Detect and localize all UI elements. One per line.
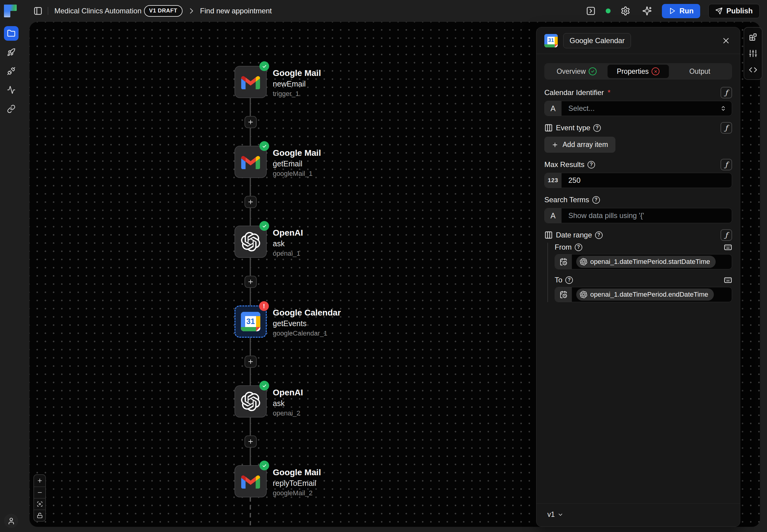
console-icon[interactable]: [584, 4, 598, 18]
calendar-identifier-select[interactable]: A Select...: [544, 101, 732, 116]
calendar-identifier-placeholder: Select...: [562, 104, 720, 113]
zoom-in-button[interactable]: [34, 475, 45, 486]
workflow-node-gmail-trigger[interactable]: Google Mail newEmail trigger_1: [234, 66, 321, 98]
number-type-icon: 123: [545, 173, 562, 188]
help-icon[interactable]: ?: [593, 124, 601, 132]
data-pill-end-datetime[interactable]: openai_1.dateTimePeriod.endDateTime: [576, 288, 714, 301]
function-toggle-button[interactable]: ƒ: [721, 159, 732, 170]
function-toggle-button[interactable]: ƒ: [721, 87, 732, 98]
tab-overview[interactable]: Overview: [546, 65, 608, 78]
publish-button[interactable]: Publish: [708, 4, 760, 18]
run-button-label: Run: [680, 7, 694, 15]
help-icon[interactable]: ?: [595, 231, 603, 239]
workflow-node-google-calendar[interactable]: 31 ! Google Calendar getEvents googleCal…: [234, 305, 341, 338]
sidebar-item-connections[interactable]: [4, 64, 19, 78]
required-asterisk: *: [608, 88, 610, 97]
app-logo[interactable]: [4, 5, 17, 17]
function-toggle-button[interactable]: ƒ: [721, 229, 732, 241]
date-to-input[interactable]: openai_1.dateTimePeriod.endDateTime: [555, 287, 732, 302]
node-id: googleMail_2: [273, 489, 321, 497]
text-type-icon: A: [545, 208, 562, 223]
field-label-to: To: [555, 276, 562, 284]
add-node-button[interactable]: [244, 276, 257, 288]
help-icon[interactable]: ?: [575, 244, 582, 251]
field-label-date-range: Date range: [556, 231, 592, 239]
canvas-side-toolbar: [744, 27, 762, 80]
tab-output[interactable]: Output: [669, 65, 731, 78]
breadcrumb-workflow-title[interactable]: Medical Clinics Automation: [54, 7, 141, 15]
text-type-icon: A: [545, 101, 562, 116]
openai-icon: [580, 258, 587, 265]
add-node-button[interactable]: [244, 196, 257, 208]
zoom-out-button[interactable]: [34, 486, 45, 498]
code-icon[interactable]: [744, 62, 762, 78]
run-button[interactable]: Run: [662, 4, 701, 18]
keyboard-icon[interactable]: [724, 243, 732, 251]
data-pill-label: openai_1.dateTimePeriod.startDateTime: [590, 258, 710, 266]
inspector-title[interactable]: Google Calendar: [563, 33, 631, 48]
version-selector[interactable]: v1: [547, 510, 564, 519]
add-node-button[interactable]: [244, 356, 257, 368]
blocks-icon[interactable]: [744, 29, 762, 45]
sidebar-item-links[interactable]: [4, 101, 19, 116]
keyboard-icon[interactable]: [724, 276, 732, 284]
max-results-input[interactable]: 123 250: [544, 173, 732, 188]
play-icon: [669, 7, 676, 15]
fit-view-button[interactable]: [34, 498, 45, 510]
node-operation: ask: [273, 239, 303, 248]
version-draft-badge: V1 DRAFT: [144, 5, 182, 17]
workflow-node-openai-1[interactable]: OpenAI ask openai_1: [234, 226, 303, 258]
sidebar-item-projects[interactable]: [4, 26, 19, 41]
array-columns-icon: [544, 231, 553, 239]
canvas-zoom-controls: [33, 474, 46, 522]
node-operation: newEmail: [273, 80, 321, 88]
node-title: Google Mail: [273, 148, 321, 158]
date-from-input[interactable]: openai_1.dateTimePeriod.startDateTime: [555, 254, 732, 269]
data-pill-start-datetime[interactable]: openai_1.dateTimePeriod.startDateTime: [576, 256, 716, 268]
max-results-value: 250: [562, 176, 732, 185]
node-id: googleMail_1: [273, 170, 321, 178]
sliders-icon[interactable]: [744, 45, 762, 62]
settings-gear-icon[interactable]: [619, 4, 632, 18]
node-inspector-panel: 31 Google Calendar Overview Properties O…: [536, 27, 740, 527]
search-terms-input[interactable]: A Show data pills using '{': [544, 208, 732, 223]
properties-form: Calendar Identifier * ƒ A Select... Even…: [537, 80, 740, 503]
tab-properties-label: Properties: [617, 67, 649, 76]
close-icon[interactable]: [720, 35, 732, 47]
add-array-item-label: Add array item: [563, 141, 608, 149]
function-toggle-button[interactable]: ƒ: [721, 122, 732, 134]
tab-properties[interactable]: Properties: [608, 65, 669, 78]
success-badge-icon: [259, 61, 269, 71]
sidebar-item-deployments[interactable]: [4, 45, 19, 60]
left-sidebar: [0, 22, 22, 532]
help-icon[interactable]: ?: [588, 161, 595, 169]
add-array-item-button[interactable]: Add array item: [544, 137, 615, 153]
help-icon[interactable]: ?: [565, 276, 573, 284]
field-label-search-terms: Search Terms: [544, 196, 589, 204]
unlock-button[interactable]: [34, 510, 45, 521]
add-node-button[interactable]: [244, 435, 257, 448]
breadcrumb-page-title[interactable]: Find new appointment: [200, 7, 272, 15]
search-terms-placeholder: Show data pills using '{': [562, 211, 732, 220]
publish-button-label: Publish: [726, 7, 753, 15]
gmail-icon: [241, 474, 260, 489]
error-x-icon: [652, 67, 660, 75]
divider: [48, 7, 48, 15]
add-node-button[interactable]: [244, 116, 257, 128]
ai-sparkles-icon[interactable]: [640, 4, 654, 18]
plus-icon: [552, 142, 558, 148]
google-calendar-icon: 31: [241, 312, 260, 331]
help-icon[interactable]: ?: [592, 196, 600, 204]
send-icon: [715, 7, 723, 15]
node-title: Google Mail: [273, 68, 321, 78]
array-columns-icon: [544, 124, 553, 132]
sidebar-item-activity[interactable]: [4, 83, 19, 97]
workflow-node-gmail-get[interactable]: Google Mail getEmail googleMail_1: [234, 146, 321, 178]
sidebar-toggle-icon[interactable]: [31, 4, 45, 18]
workflow-node-gmail-reply[interactable]: Google Mail replyToEmail googleMail_2: [234, 465, 321, 497]
workflow-node-openai-2[interactable]: OpenAI ask openai_2: [234, 385, 303, 418]
date-range-group: From ? openai_1.dateTimePeriod.startDate…: [547, 243, 732, 302]
node-operation: getEvents: [273, 319, 341, 328]
user-avatar[interactable]: [4, 514, 18, 528]
folder-icon: [7, 29, 15, 38]
